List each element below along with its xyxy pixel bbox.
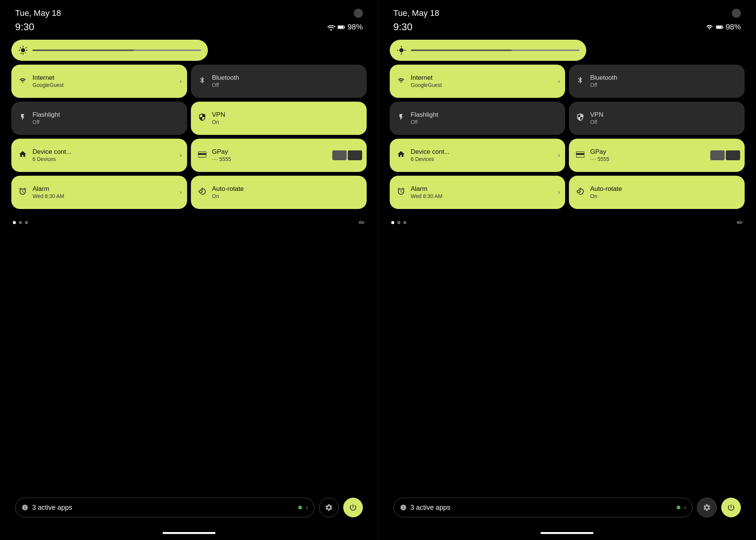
left-dot-1[interactable] (13, 221, 16, 224)
right-autorotate-sublabel: On (590, 193, 622, 200)
left-alarm-arrow: › (180, 189, 181, 196)
right-brightness-icon (397, 45, 406, 55)
right-tile-flashlight[interactable]: Flashlight Off (390, 102, 565, 135)
left-info-icon (22, 504, 28, 511)
right-autorotate-label: Auto-rotate (590, 185, 622, 193)
right-tiles-grid: Internet GoogleGuest › Bluetooth Off (390, 65, 745, 209)
right-dot-3[interactable] (403, 221, 406, 224)
left-brightness-row[interactable] (11, 40, 367, 61)
svg-rect-4 (198, 153, 206, 155)
left-tile-flashlight[interactable]: Flashlight Off (11, 102, 187, 135)
left-time-row: 9:30 98% (0, 18, 378, 33)
left-tiles-grid: Internet GoogleGuest › Bluetooth Off (11, 65, 367, 209)
left-alarm-label: Alarm (33, 185, 64, 193)
left-autorotate-label: Auto-rotate (212, 185, 244, 193)
right-vpn-label: VPN (590, 111, 603, 119)
left-tile-gpay[interactable]: GPay ···· 5555 (191, 139, 367, 172)
right-active-apps-pill[interactable]: 3 active apps › (393, 498, 693, 517)
right-gpay-label: GPay (590, 148, 609, 156)
right-tile-autorotate[interactable]: Auto-rotate On (569, 176, 745, 209)
right-status-bar: Tue, May 18 (378, 0, 756, 18)
right-gpay-sublabel: ···· 5555 (590, 156, 609, 162)
right-flashlight-sublabel: Off (411, 119, 438, 125)
right-device-sublabel: 6 Devices (411, 156, 450, 162)
left-settings-icon (325, 503, 333, 512)
right-bluetooth-label: Bluetooth (590, 74, 617, 82)
left-brightness-track[interactable] (33, 50, 201, 51)
left-flashlight-icon (17, 113, 28, 124)
left-device-arrow: › (180, 152, 181, 159)
left-phone-panel: Tue, May 18 9:30 98% (0, 0, 378, 540)
left-flashlight-sublabel: Off (33, 119, 60, 125)
right-brightness-row[interactable] (390, 40, 745, 61)
right-gpay-icon (575, 150, 586, 160)
left-gpay-card2 (348, 150, 362, 160)
right-alarm-icon (396, 187, 406, 198)
left-tile-alarm[interactable]: Alarm Wed 8:30 AM › (11, 176, 187, 209)
right-flashlight-label: Flashlight (411, 111, 438, 119)
left-device-label: Device cont... (33, 148, 71, 156)
right-tile-vpn[interactable]: VPN Off (569, 102, 745, 135)
left-dot-3[interactable] (25, 221, 28, 224)
right-phone-panel: Tue, May 18 9:30 98% (378, 0, 756, 540)
right-vpn-icon (575, 113, 586, 124)
left-tile-device[interactable]: Device cont... 6 Devices › (11, 139, 187, 172)
left-apps-count: 3 (32, 504, 36, 511)
right-edit-icon[interactable]: ✏ (737, 218, 743, 227)
left-green-dot (298, 506, 302, 509)
right-dots-row: ✏ (390, 213, 745, 227)
left-date: Tue, May 18 (15, 8, 61, 18)
right-tile-device[interactable]: Device cont... 6 Devices › (390, 139, 565, 172)
right-tile-alarm[interactable]: Alarm Wed 8:30 AM › (390, 176, 565, 209)
right-bluetooth-sublabel: Off (590, 82, 617, 88)
right-bluetooth-text: Bluetooth Off (590, 74, 617, 88)
left-alarm-text: Alarm Wed 8:30 AM (33, 185, 64, 199)
right-dot-1[interactable] (391, 221, 394, 224)
left-tile-vpn[interactable]: VPN On (191, 102, 367, 135)
right-alarm-sublabel: Wed 8:30 AM (411, 193, 443, 200)
left-internet-text: Internet GoogleGuest (33, 74, 64, 88)
left-bluetooth-text: Bluetooth Off (212, 74, 239, 88)
left-dots (13, 221, 28, 224)
right-dot-2[interactable] (397, 221, 400, 224)
right-settings-button[interactable] (697, 498, 717, 517)
left-tile-bluetooth[interactable]: Bluetooth Off (191, 65, 367, 98)
right-tile-bluetooth[interactable]: Bluetooth Off (569, 65, 745, 98)
svg-rect-6 (723, 26, 723, 28)
left-active-apps-pill[interactable]: 3 active apps › (15, 498, 314, 517)
right-power-icon (727, 503, 735, 512)
left-gpay-label: GPay (212, 148, 231, 156)
right-camera-dot (732, 9, 741, 18)
right-brightness-track[interactable] (411, 50, 579, 51)
left-wifi-icon (17, 76, 28, 86)
right-nav-bar (541, 532, 593, 534)
left-gpay-sublabel: ···· 5555 (212, 156, 231, 162)
right-apps-arrow[interactable]: › (684, 504, 686, 511)
right-tile-internet[interactable]: Internet GoogleGuest › (390, 65, 565, 98)
left-tile-internet[interactable]: Internet GoogleGuest › (11, 65, 187, 98)
right-brightness-pill[interactable] (390, 40, 586, 61)
left-tile-autorotate[interactable]: Auto-rotate On (191, 176, 367, 209)
left-alarm-sublabel: Wed 8:30 AM (33, 193, 64, 200)
left-apps-arrow[interactable]: › (306, 504, 308, 511)
left-camera-dot (354, 9, 363, 18)
right-apps-count: 3 (411, 504, 414, 511)
brightness-icon (18, 45, 28, 55)
right-qs-container: Internet GoogleGuest › Bluetooth Off (378, 33, 756, 227)
left-vpn-text: VPN On (212, 111, 225, 125)
left-power-button[interactable] (343, 498, 363, 517)
right-alarm-text: Alarm Wed 8:30 AM (411, 185, 443, 199)
left-brightness-pill[interactable] (11, 40, 208, 61)
right-brightness-fill (411, 50, 512, 51)
right-tile-gpay[interactable]: GPay ···· 5555 (569, 139, 745, 172)
right-power-button[interactable] (721, 498, 741, 517)
right-device-text: Device cont... 6 Devices (411, 148, 450, 162)
left-edit-icon[interactable]: ✏ (359, 218, 365, 227)
left-settings-button[interactable] (319, 498, 339, 517)
left-status-icons: 98% (327, 23, 363, 31)
right-alarm-arrow: › (558, 189, 560, 196)
left-bluetooth-sublabel: Off (212, 82, 239, 88)
svg-rect-2 (338, 26, 344, 28)
left-dot-2[interactable] (19, 221, 22, 224)
right-internet-text: Internet GoogleGuest (411, 74, 442, 88)
